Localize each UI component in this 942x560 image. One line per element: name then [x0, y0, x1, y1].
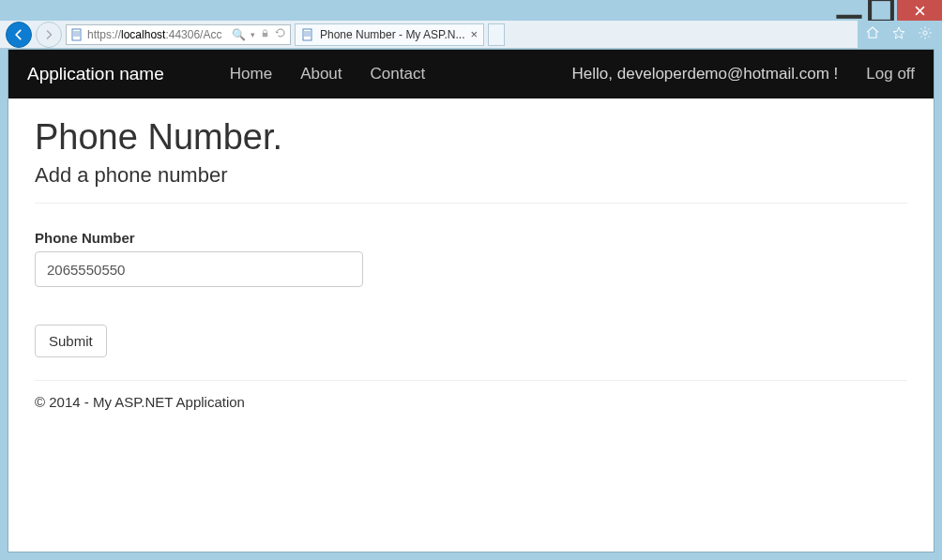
refresh-icon[interactable] [275, 27, 286, 41]
tools-gear-icon[interactable] [918, 25, 933, 44]
tab-page-icon [301, 28, 314, 41]
window-maximize-button[interactable] [865, 0, 897, 21]
divider [35, 203, 907, 204]
phone-label: Phone Number [35, 230, 907, 246]
submit-button[interactable]: Submit [35, 325, 107, 357]
window-titlebar [0, 0, 942, 21]
svg-point-7 [923, 31, 927, 35]
tab-close-button[interactable]: × [471, 27, 479, 41]
svg-rect-6 [303, 29, 311, 40]
app-navbar: Application name Home About Contact Hell… [8, 50, 934, 98]
browser-back-button[interactable] [6, 22, 32, 48]
page-title: Phone Number. [35, 117, 907, 158]
browser-forward-button[interactable] [36, 22, 62, 48]
footer-divider [35, 380, 907, 381]
dropdown-icon[interactable]: ▾ [251, 30, 255, 39]
browser-tab[interactable]: Phone Number - My ASP.N... × [295, 23, 484, 46]
nav-link-home[interactable]: Home [230, 65, 272, 83]
browser-address-bar[interactable]: https://localhost:44306/Acc 🔍 ▾ [66, 24, 291, 45]
browser-viewport: Application name Home About Contact Hell… [8, 49, 934, 552]
svg-rect-5 [263, 33, 268, 37]
nav-greeting[interactable]: Hello, developerdemo@hotmail.com ! [572, 65, 839, 83]
nav-link-contact[interactable]: Contact [371, 65, 426, 83]
favorites-icon[interactable] [891, 25, 906, 44]
search-icon[interactable]: 🔍 [232, 28, 246, 41]
browser-tab-title: Phone Number - My ASP.N... [320, 28, 465, 41]
browser-toolbar: https://localhost:44306/Acc 🔍 ▾ Phone Nu… [0, 21, 942, 49]
page-subtitle: Add a phone number [35, 163, 907, 188]
footer-text: © 2014 - My ASP.NET Application [35, 394, 907, 410]
page-body: Phone Number. Add a phone number Phone N… [8, 98, 934, 429]
window-minimize-button[interactable] [833, 0, 865, 21]
lock-icon [260, 28, 270, 41]
browser-address-text: https://localhost:44306/Acc [87, 28, 228, 41]
page-icon [70, 28, 84, 41]
browser-command-icons [858, 21, 942, 49]
nav-link-logoff[interactable]: Log off [866, 65, 915, 83]
nav-link-about[interactable]: About [300, 65, 342, 83]
phone-form-group: Phone Number [35, 230, 907, 287]
home-icon[interactable] [865, 25, 880, 44]
svg-rect-1 [870, 0, 892, 22]
window-close-button[interactable] [897, 0, 942, 21]
app-brand[interactable]: Application name [27, 64, 164, 84]
phone-input[interactable] [35, 251, 363, 287]
browser-new-tab-button[interactable] [488, 23, 505, 46]
svg-rect-4 [72, 29, 81, 40]
